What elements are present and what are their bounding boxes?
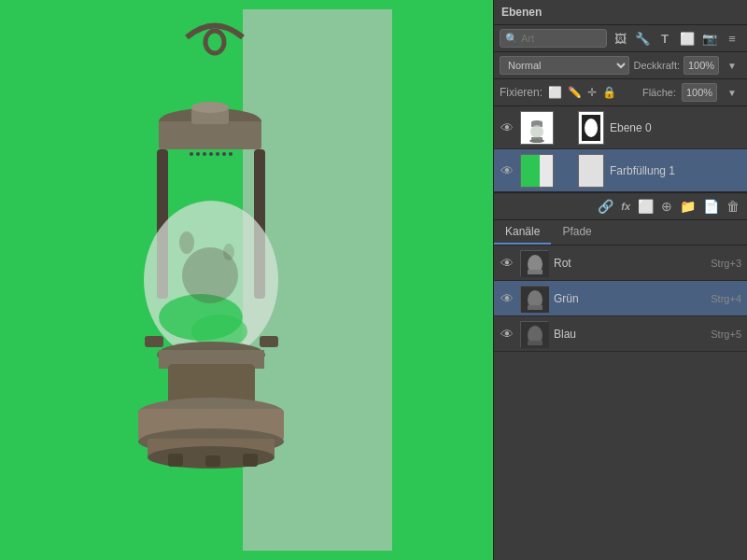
layer-visibility-ebene0[interactable]: 👁: [500, 120, 514, 135]
svg-rect-45: [528, 270, 543, 274]
layer-item-farbfullung1[interactable]: 👁 Farbfüllung 1: [494, 149, 747, 192]
lock-label: Fixieren:: [500, 86, 543, 99]
opacity-chevron[interactable]: ▼: [723, 56, 741, 75]
layer-icon-shape[interactable]: ⬜: [678, 29, 697, 48]
layers-panel-title: Ebenen: [494, 0, 747, 25]
tab-kanale[interactable]: Kanäle: [494, 220, 551, 245]
lock-all-icon[interactable]: 🔒: [602, 86, 616, 99]
channel-item-blau[interactable]: 👁 Blau Strg+5: [494, 316, 747, 352]
layer-icon-more[interactable]: ≡: [723, 29, 741, 48]
channel-visibility-rot[interactable]: 👁: [500, 256, 514, 271]
layer-search-box[interactable]: 🔍: [500, 29, 607, 48]
layer-icon-image[interactable]: 🖼: [611, 29, 629, 48]
layer-thumb-farbfullung1: [520, 154, 554, 188]
opacity-input[interactable]: [684, 56, 719, 75]
channel-name-grun: Grün: [554, 292, 705, 305]
channel-item-grun[interactable]: 👁 Grün Strg+4: [494, 281, 747, 316]
layers-bottom-toolbar: 🔗 fx ⬜ ⊕ 📁 📄 🗑: [494, 192, 747, 220]
opacity-label: Deckkraft:: [633, 60, 680, 71]
channel-shortcut-blau: Strg+5: [711, 329, 741, 340]
svg-rect-30: [243, 454, 258, 467]
svg-rect-48: [528, 305, 543, 310]
svg-point-6: [190, 152, 193, 156]
add-mask-icon[interactable]: ⬜: [636, 197, 655, 216]
fill-input[interactable]: [682, 83, 717, 102]
svg-rect-22: [145, 336, 163, 347]
layers-toolbar: 🔍 🖼 🔧 T ⬜ 📷 ≡: [494, 25, 747, 52]
layer-visibility-farbfullung1[interactable]: 👁: [500, 163, 514, 178]
layers-list: 👁: [494, 106, 747, 192]
blend-opacity-row: Normal Deckkraft: ▼: [494, 52, 747, 79]
svg-point-8: [203, 152, 206, 156]
channel-shortcut-grun: Strg+4: [711, 293, 741, 304]
lock-transparent-icon[interactable]: ⬜: [548, 86, 562, 99]
channel-name-rot: Rot: [554, 257, 705, 270]
svg-point-39: [529, 139, 544, 143]
layer-icon-adjustment[interactable]: 🔧: [633, 29, 652, 48]
channel-item-rot[interactable]: 👁 Rot Strg+3: [494, 245, 747, 281]
layer-name-ebene0: Ebene 0: [610, 121, 741, 134]
layer-name-farbfullung1: Farbfüllung 1: [610, 164, 741, 177]
svg-rect-29: [168, 454, 183, 467]
channels-panel: Kanäle Pfade 👁 Rot Strg+3 👁: [494, 220, 747, 352]
layer-thumb-svg-ebene0: [522, 113, 552, 143]
svg-rect-23: [260, 336, 278, 347]
new-group-icon[interactable]: 📁: [678, 197, 698, 216]
channel-thumb-rot: [520, 250, 548, 276]
svg-point-42: [585, 119, 598, 137]
tab-pfade[interactable]: Pfade: [551, 220, 602, 245]
svg-point-32: [179, 231, 194, 254]
channel-thumb-svg-grun: [521, 287, 549, 313]
link-layers-icon[interactable]: 🔗: [596, 197, 615, 216]
layer-icon-text[interactable]: T: [655, 29, 674, 48]
svg-point-33: [223, 244, 234, 260]
adjustment-layer-icon[interactable]: ⊕: [659, 197, 674, 216]
svg-rect-3: [159, 121, 261, 149]
svg-rect-31: [205, 455, 220, 467]
fx-icon[interactable]: fx: [619, 199, 632, 214]
svg-point-1: [205, 31, 224, 53]
lock-position-icon[interactable]: ✛: [587, 86, 597, 99]
channel-visibility-blau[interactable]: 👁: [500, 327, 514, 342]
layer-thumb-ebene0: [520, 111, 554, 145]
layers-panel: Ebenen 🔍 🖼 🔧 T ⬜ 📷 ≡ Normal Deckkraft: ▼: [494, 0, 747, 220]
svg-point-11: [222, 152, 226, 156]
lock-fill-row: Fixieren: ⬜ ✏️ ✛ 🔒 Fläche: ▼: [494, 79, 747, 106]
panel-area: Ebenen 🔍 🖼 🔧 T ⬜ 📷 ≡ Normal Deckkraft: ▼: [493, 0, 747, 560]
blend-mode-select[interactable]: Normal: [500, 56, 629, 75]
search-icon: 🔍: [505, 33, 518, 45]
layer-mask-farbfullung1: [578, 154, 604, 188]
thumb-white-part: [540, 155, 553, 187]
svg-point-12: [229, 152, 233, 156]
lantern-image: [37, 9, 392, 551]
channel-visibility-grun[interactable]: 👁: [500, 291, 514, 306]
svg-point-10: [216, 152, 219, 156]
channel-thumb-svg-rot: [521, 251, 549, 277]
channels-tabs: Kanäle Pfade: [494, 220, 747, 245]
channel-thumb-grun: [520, 286, 548, 312]
layer-search-input[interactable]: [521, 33, 601, 44]
layer-mask-svg-ebene0: [580, 113, 602, 143]
layer-item-ebene0[interactable]: 👁: [494, 106, 747, 149]
delete-layer-icon[interactable]: 🗑: [725, 197, 741, 216]
fill-chevron[interactable]: ▼: [723, 83, 741, 102]
svg-point-9: [209, 152, 213, 156]
svg-rect-51: [528, 341, 543, 345]
svg-point-7: [196, 152, 200, 156]
thumb-green-part: [521, 155, 540, 187]
channel-thumb-svg-blau: [521, 322, 549, 348]
channel-name-blau: Blau: [554, 328, 705, 341]
svg-point-5: [191, 102, 229, 113]
svg-point-37: [530, 125, 543, 138]
layer-icon-smart[interactable]: 📷: [700, 29, 719, 48]
layer-mask-ebene0: [578, 111, 604, 145]
new-layer-icon[interactable]: 📄: [701, 197, 721, 216]
channel-shortcut-rot: Strg+3: [711, 258, 741, 269]
canvas-area: [0, 0, 493, 560]
lock-image-icon[interactable]: ✏️: [568, 86, 582, 99]
channel-thumb-blau: [520, 321, 548, 347]
fill-label: Fläche:: [642, 87, 676, 98]
